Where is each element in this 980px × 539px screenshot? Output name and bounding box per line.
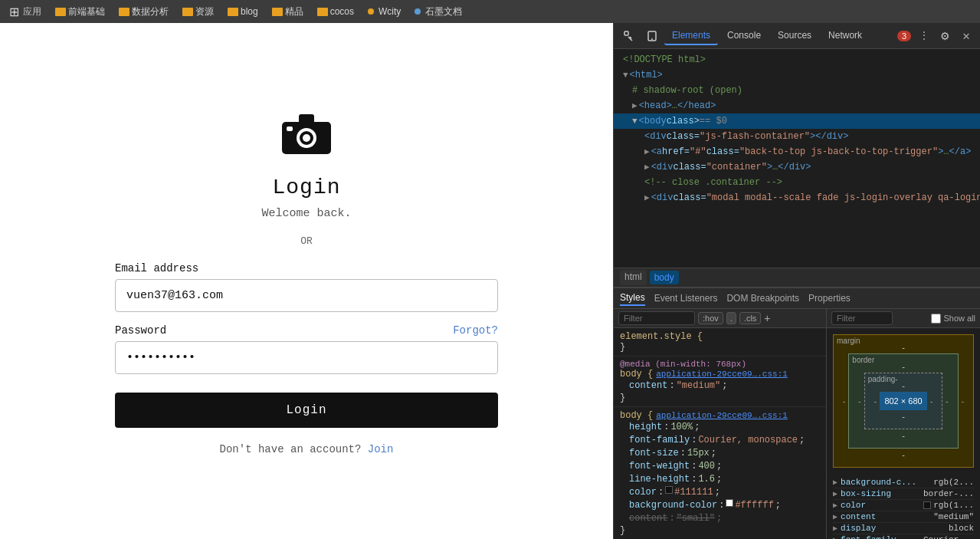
folder-ziyuan[interactable]: 资源 [178,4,218,20]
tab-network[interactable]: Network [821,27,870,45]
dom-js-flash[interactable]: <div class="js-flash-container"></div> [614,129,980,144]
folder-jingpin[interactable]: 精品 [267,4,308,20]
password-input[interactable] [115,341,498,374]
folder-blog[interactable]: blog [223,5,263,18]
app-icon: ⊞ 应用 [5,3,46,21]
dom-head[interactable]: ▶ <head>…</head> [614,98,980,113]
tab-body[interactable]: body [650,271,679,284]
computed-color: ▶ color rgb(1... [833,500,974,511]
folder-qianduan[interactable]: 前端基础 [51,4,110,20]
error-badge: 3 [897,31,911,41]
force-dot-button[interactable]: . [726,312,736,324]
computed-list: ▶ background-c... rgb(2... ▶ box-sizing … [827,474,980,539]
main-area: Login Welcome back. OR Email address Pas… [0,23,980,539]
tab-console[interactable]: Console [719,27,769,45]
computed-content: ▶ content "medium" [833,511,974,523]
tab-wcity[interactable]: Wcity [363,5,405,18]
add-style-button[interactable]: + [764,312,770,324]
svg-rect-1 [299,114,314,123]
box-filter-bar: Show all [827,309,980,328]
border-box: border - - padding- - - [848,353,958,449]
media-body-section: @media (min-width: 768px) body {applicat… [614,357,826,407]
more-button[interactable]: ⋮ [916,29,932,42]
join-link[interactable]: Join [368,443,394,455]
computed-box-sizing: ▶ box-sizing border-... [833,488,974,500]
password-group: Password Forgot? [115,324,498,374]
styles-tab[interactable]: Styles [620,291,645,306]
computed-background: ▶ background-c... rgb(2... [833,477,974,488]
devtools-toolbar: Elements Console Sources Network 3 ⋮ ⚙ ✕ [614,23,980,49]
login-button[interactable]: Login [115,393,498,428]
email-group: Email address [115,262,498,312]
svg-point-4 [303,134,310,142]
or-divider: OR [300,235,313,247]
join-prompt: Don't have an account? Join [220,443,394,455]
content-box: 802 × 680 [880,392,927,410]
device-icon[interactable] [641,25,663,47]
login-title: Login [272,176,340,199]
login-panel: Login Welcome back. OR Email address Pas… [0,23,613,539]
tab-html[interactable]: html [620,270,647,285]
element-style-section: element.style { } [614,328,826,357]
forgot-link[interactable]: Forgot? [453,324,498,337]
body-main-section: body {application-29cce09….css:1 height:… [614,407,826,539]
tab-sources[interactable]: Sources [770,27,819,45]
dom-html[interactable]: ▼ <html> [614,67,980,83]
dom-close-comment: <!-- close .container --> [614,175,980,190]
force-state-button[interactable]: :hov [698,312,723,324]
dom-panel: <!DOCTYPE html> ▼ <html> # shadow-root (… [614,49,980,268]
computed-display: ▶ display block [833,523,974,534]
box-filter-input[interactable] [831,311,893,325]
show-all-checkbox[interactable] [931,314,941,324]
folder-cocos[interactable]: cocos [313,5,359,18]
password-label: Password [115,324,166,337]
event-listeners-tab[interactable]: Event Listeners [654,291,718,305]
inspect-icon[interactable] [618,25,640,47]
app-label: 应用 [23,5,41,18]
computed-font-family: ▶ font-family Courier... [833,534,974,539]
camera-icon [276,107,337,160]
dom-doctype: <!DOCTYPE html> [614,52,980,67]
close-devtools-button[interactable]: ✕ [957,27,975,45]
cls-button[interactable]: .cls [739,312,762,324]
dom-back-top[interactable]: ▶ <a href="#" class="back-to-top js-back… [614,144,980,159]
folder-shuju[interactable]: 数据分析 [114,4,173,20]
dom-body[interactable]: ▼ <body class> == $0 [614,113,980,129]
box-model-visual: margin - - border - - [827,328,980,474]
styles-filter-bar: :hov . .cls + [614,309,826,328]
dom-modal[interactable]: ▶ <div class="modal modal--scale fade js… [614,190,980,205]
padding-box: padding- - - 802 × 680 [864,373,943,429]
tab-elements[interactable]: Elements [664,27,718,45]
dom-shadow-root: # shadow-root (open) [614,83,980,98]
svg-rect-5 [287,127,293,131]
margin-box: margin - - border - - [833,334,974,468]
devtools-panel: Elements Console Sources Network 3 ⋮ ⚙ ✕… [613,23,980,539]
email-label: Email address [115,262,498,274]
properties-tab[interactable]: Properties [808,291,851,305]
login-subtitle: Welcome back. [261,207,351,220]
svg-rect-6 [624,31,628,35]
styles-panel: :hov . .cls + element.style { } @media (… [614,309,827,539]
show-all-label: Show all [931,314,975,324]
dom-breakpoints-tab[interactable]: DOM Breakpoints [726,291,799,305]
tab-shimo[interactable]: 石墨文档 [410,4,467,20]
dom-container[interactable]: ▶ <div class="container">…</div> [614,159,980,175]
styles-filter-input[interactable] [618,311,695,325]
box-model-panel: Show all margin - - border - [827,309,980,539]
settings-icon[interactable]: ⚙ [934,25,955,47]
top-bar: ⊞ 应用 前端基础 数据分析 资源 blog 精品 cocos Wcity 石墨… [0,0,980,23]
style-tab-bar: Styles Event Listeners DOM Breakpoints P… [614,288,980,309]
bottom-panels: :hov . .cls + element.style { } @media (… [614,309,980,539]
email-input[interactable] [115,279,498,312]
